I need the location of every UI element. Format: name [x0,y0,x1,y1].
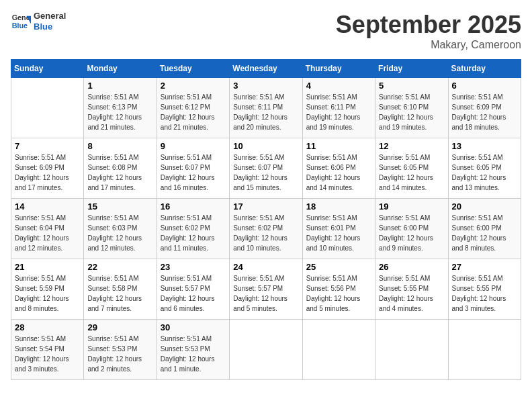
calendar-week-row: 1Sunrise: 5:51 AMSunset: 6:13 PMDaylight… [11,78,521,138]
calendar-cell: 28Sunrise: 5:51 AMSunset: 5:54 PMDayligh… [11,320,84,380]
day-number: 18 [306,201,371,212]
calendar-cell: 7Sunrise: 5:51 AMSunset: 6:09 PMDaylight… [11,138,84,199]
calendar-cell: 10Sunrise: 5:51 AMSunset: 6:07 PMDayligh… [230,138,302,199]
day-info: Sunrise: 5:51 AMSunset: 6:13 PMDaylight:… [87,92,152,132]
title-area: September 2025 Makary, Cameroon [336,11,521,51]
calendar-cell [11,78,84,138]
weekday-header-sunday: Sunday [11,60,84,78]
calendar-cell: 27Sunrise: 5:51 AMSunset: 5:55 PMDayligh… [448,259,521,320]
calendar-cell [375,320,448,380]
calendar-cell: 30Sunrise: 5:51 AMSunset: 5:53 PMDayligh… [157,320,229,380]
day-number: 20 [452,201,517,212]
calendar-cell: 25Sunrise: 5:51 AMSunset: 5:56 PMDayligh… [302,259,375,320]
calendar-table: SundayMondayTuesdayWednesdayThursdayFrid… [11,59,521,380]
day-number: 12 [379,141,444,151]
day-info: Sunrise: 5:51 AMSunset: 6:01 PMDaylight:… [306,213,371,253]
day-info: Sunrise: 5:51 AMSunset: 5:58 PMDaylight:… [87,273,152,314]
weekday-header-friday: Friday [375,60,448,78]
day-info: Sunrise: 5:51 AMSunset: 6:09 PMDaylight:… [452,92,517,132]
calendar-cell: 11Sunrise: 5:51 AMSunset: 6:06 PMDayligh… [302,138,375,199]
logo-icon: General Blue [11,11,31,32]
calendar-cell: 15Sunrise: 5:51 AMSunset: 6:03 PMDayligh… [84,199,157,259]
day-number: 27 [452,262,517,272]
day-info: Sunrise: 5:51 AMSunset: 6:05 PMDaylight:… [379,152,444,193]
day-info: Sunrise: 5:51 AMSunset: 6:07 PMDaylight:… [233,152,298,193]
day-info: Sunrise: 5:51 AMSunset: 5:53 PMDaylight:… [161,334,226,374]
calendar-cell [230,320,302,380]
calendar-cell [302,320,375,380]
day-info: Sunrise: 5:51 AMSunset: 5:56 PMDaylight:… [306,273,371,314]
weekday-header-monday: Monday [84,60,157,78]
calendar-cell: 17Sunrise: 5:51 AMSunset: 6:02 PMDayligh… [230,199,302,259]
calendar-cell: 8Sunrise: 5:51 AMSunset: 6:08 PMDaylight… [84,138,157,199]
day-info: Sunrise: 5:51 AMSunset: 6:12 PMDaylight:… [161,92,226,132]
calendar-cell: 24Sunrise: 5:51 AMSunset: 5:57 PMDayligh… [230,259,302,320]
day-info: Sunrise: 5:51 AMSunset: 6:02 PMDaylight:… [161,213,226,253]
calendar-cell: 3Sunrise: 5:51 AMSunset: 6:11 PMDaylight… [230,78,302,138]
day-number: 11 [306,141,371,151]
day-number: 23 [161,262,226,272]
day-number: 24 [233,262,298,272]
day-number: 26 [379,262,444,272]
day-number: 4 [306,81,371,91]
calendar-week-row: 21Sunrise: 5:51 AMSunset: 5:59 PMDayligh… [11,259,521,320]
day-number: 28 [15,322,80,332]
svg-text:Blue: Blue [12,21,28,30]
day-info: Sunrise: 5:51 AMSunset: 5:55 PMDaylight:… [452,273,517,314]
day-number: 2 [161,81,226,91]
location-title: Makary, Cameroon [336,39,521,51]
day-info: Sunrise: 5:51 AMSunset: 6:11 PMDaylight:… [306,92,371,132]
day-number: 19 [379,201,444,212]
day-number: 6 [452,81,517,91]
calendar-cell: 4Sunrise: 5:51 AMSunset: 6:11 PMDaylight… [302,78,375,138]
calendar-cell: 2Sunrise: 5:51 AMSunset: 6:12 PMDaylight… [157,78,229,138]
day-info: Sunrise: 5:51 AMSunset: 6:09 PMDaylight:… [15,152,80,193]
day-number: 16 [161,201,226,212]
day-number: 10 [233,141,298,151]
day-number: 22 [87,262,152,272]
day-number: 30 [161,322,226,332]
weekday-header-row: SundayMondayTuesdayWednesdayThursdayFrid… [11,60,521,78]
day-info: Sunrise: 5:51 AMSunset: 6:00 PMDaylight:… [452,213,517,253]
calendar-cell: 6Sunrise: 5:51 AMSunset: 6:09 PMDaylight… [448,78,521,138]
day-info: Sunrise: 5:51 AMSunset: 5:57 PMDaylight:… [161,273,226,314]
calendar-week-row: 28Sunrise: 5:51 AMSunset: 5:54 PMDayligh… [11,320,521,380]
calendar-cell: 22Sunrise: 5:51 AMSunset: 5:58 PMDayligh… [84,259,157,320]
weekday-header-saturday: Saturday [448,60,521,78]
day-info: Sunrise: 5:51 AMSunset: 6:11 PMDaylight:… [233,92,298,132]
logo: General Blue General Blue [11,11,66,32]
day-number: 13 [452,141,517,151]
day-number: 9 [161,141,226,151]
calendar-cell [448,320,521,380]
day-info: Sunrise: 5:51 AMSunset: 6:07 PMDaylight:… [161,152,226,193]
calendar-cell: 21Sunrise: 5:51 AMSunset: 5:59 PMDayligh… [11,259,84,320]
calendar-cell: 16Sunrise: 5:51 AMSunset: 6:02 PMDayligh… [157,199,229,259]
day-info: Sunrise: 5:51 AMSunset: 5:53 PMDaylight:… [87,334,152,374]
day-number: 8 [87,141,152,151]
weekday-header-thursday: Thursday [302,60,375,78]
logo-blue: Blue [34,21,66,32]
day-number: 29 [87,322,152,332]
calendar-cell: 1Sunrise: 5:51 AMSunset: 6:13 PMDaylight… [84,78,157,138]
day-number: 7 [15,141,80,151]
calendar-cell: 26Sunrise: 5:51 AMSunset: 5:55 PMDayligh… [375,259,448,320]
calendar-cell: 9Sunrise: 5:51 AMSunset: 6:07 PMDaylight… [157,138,229,199]
day-info: Sunrise: 5:51 AMSunset: 6:10 PMDaylight:… [379,92,444,132]
calendar-cell: 14Sunrise: 5:51 AMSunset: 6:04 PMDayligh… [11,199,84,259]
day-info: Sunrise: 5:51 AMSunset: 6:06 PMDaylight:… [306,152,371,193]
day-info: Sunrise: 5:51 AMSunset: 5:55 PMDaylight:… [379,273,444,314]
day-number: 14 [15,201,80,212]
weekday-header-tuesday: Tuesday [157,60,229,78]
calendar-cell: 19Sunrise: 5:51 AMSunset: 6:00 PMDayligh… [375,199,448,259]
day-info: Sunrise: 5:51 AMSunset: 6:00 PMDaylight:… [379,213,444,253]
day-number: 21 [15,262,80,272]
day-info: Sunrise: 5:51 AMSunset: 6:08 PMDaylight:… [87,152,152,193]
page-header: General Blue General Blue September 2025… [11,11,521,51]
day-info: Sunrise: 5:51 AMSunset: 5:57 PMDaylight:… [233,273,298,314]
day-number: 1 [87,81,152,91]
logo-general: General [34,11,66,21]
calendar-cell: 12Sunrise: 5:51 AMSunset: 6:05 PMDayligh… [375,138,448,199]
weekday-header-wednesday: Wednesday [230,60,302,78]
day-number: 3 [233,81,298,91]
day-info: Sunrise: 5:51 AMSunset: 6:05 PMDaylight:… [452,152,517,193]
